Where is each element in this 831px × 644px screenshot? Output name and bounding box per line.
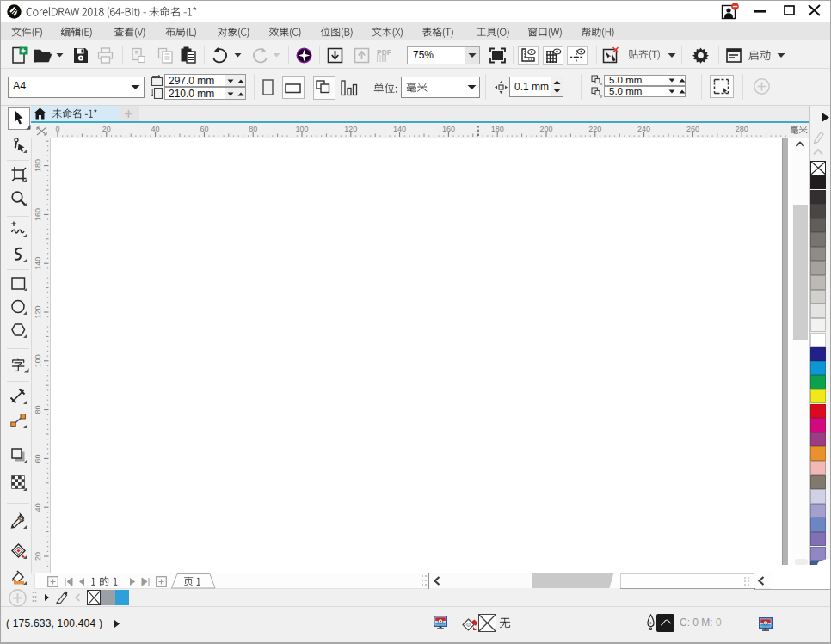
svg-text:60: 60 — [200, 125, 208, 133]
svg-text:60: 60 — [34, 454, 42, 463]
svg-text:80: 80 — [34, 406, 42, 414]
svg-text:180: 180 — [491, 125, 504, 133]
svg-text:240: 240 — [637, 125, 650, 133]
svg-text:100: 100 — [34, 354, 42, 367]
svg-text:x: x — [600, 81, 603, 86]
svg-text:100: 100 — [295, 125, 308, 133]
svg-text:40: 40 — [151, 125, 160, 133]
svg-text:80: 80 — [249, 125, 257, 133]
svg-text:220: 220 — [588, 125, 601, 133]
svg-text:120: 120 — [344, 125, 357, 133]
svg-text:140: 140 — [393, 125, 406, 133]
svg-text:180: 180 — [34, 159, 42, 172]
svg-text:20: 20 — [34, 552, 42, 561]
svg-text:280: 280 — [736, 125, 748, 133]
svg-text:260: 260 — [686, 125, 699, 133]
svg-text:200: 200 — [539, 125, 552, 133]
svg-text:20: 20 — [102, 125, 111, 133]
svg-text:0: 0 — [55, 125, 59, 133]
svg-text:y: y — [600, 93, 603, 98]
svg-text:160: 160 — [442, 125, 455, 133]
svg-text:160: 160 — [34, 208, 42, 221]
svg-text:40: 40 — [34, 503, 42, 512]
svg-text:140: 140 — [34, 257, 42, 270]
svg-text:120: 120 — [34, 305, 42, 318]
